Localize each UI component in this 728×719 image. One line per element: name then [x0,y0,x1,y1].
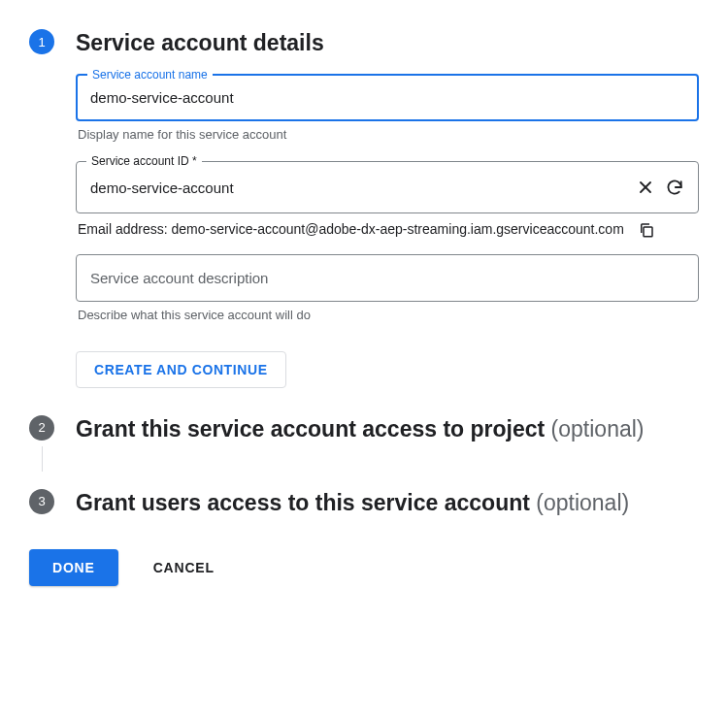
service-account-name-field[interactable]: Service account name [76,74,699,121]
refresh-icon[interactable] [663,176,686,199]
step-3: 3 Grant users access to this service acc… [29,489,699,524]
step-2-title-main: Grant this service account access to pro… [76,416,551,441]
service-account-id-input[interactable] [88,179,628,197]
service-account-id-field[interactable]: Service account ID * [76,161,699,213]
service-account-name-label: Service account name [87,68,213,82]
step-3-optional: (optional) [536,490,629,515]
copy-icon[interactable] [638,221,655,239]
step-badge-2: 2 [29,415,54,441]
svg-rect-2 [644,227,652,237]
step-3-title-main: Grant users access to this service accou… [76,490,536,515]
step-1-title: Service account details [76,29,699,56]
step-rail: 2 [29,415,54,477]
service-account-description-input[interactable] [88,269,686,287]
step-rail: 3 [29,489,54,514]
service-account-name-input[interactable] [88,88,686,107]
service-account-name-helper: Display name for this service account [78,127,697,142]
done-button[interactable]: DONE [29,549,118,586]
email-prefix: Email address: [78,221,171,237]
step-badge-3: 3 [29,489,54,514]
step-connector [42,446,43,472]
step-badge-1: 1 [29,29,54,54]
cancel-button[interactable]: CANCEL [148,559,220,576]
service-account-description-field[interactable] [76,254,699,302]
bottom-actions: DONE CANCEL [29,549,699,586]
step-1: 1 Service account details Service accoun… [29,29,699,404]
step-1-body: Service account details Service account … [54,29,699,404]
step-rail: 1 [29,29,54,66]
step-2-optional: (optional) [551,416,645,441]
service-account-id-label: Service account ID * [86,154,202,168]
email-address-line: Email address: demo-service-account@adob… [78,221,655,237]
service-account-description-helper: Describe what this service account will … [78,308,697,322]
email-value: demo-service-account@adobe-dx-aep-stream… [171,221,623,237]
create-and-continue-button[interactable]: CREATE AND CONTINUE [76,351,286,388]
step-3-title: Grant users access to this service accou… [76,489,699,516]
step-2-title: Grant this service account access to pro… [76,415,699,442]
stepper: 1 Service account details Service accoun… [29,29,699,524]
clear-icon[interactable] [634,176,657,199]
step-2: 2 Grant this service account access to p… [29,415,699,477]
